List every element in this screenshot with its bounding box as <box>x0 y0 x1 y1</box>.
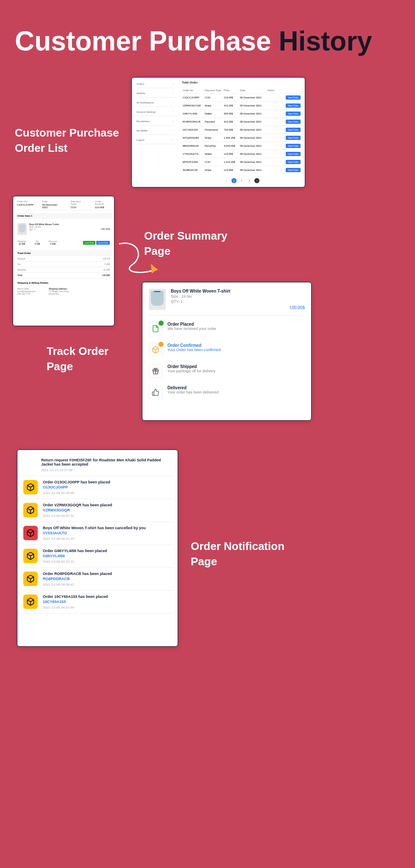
page-2[interactable]: 2 <box>239 178 244 183</box>
chevron-right-icon: › <box>173 110 174 114</box>
view-order-button[interactable]: View Order <box>286 128 301 132</box>
chevron-right-icon: › <box>173 119 174 123</box>
page-prev[interactable]: ‹ <box>224 178 229 183</box>
table-row: RO8PDDRACBPaystack310.00$08 December 202… <box>182 117 301 126</box>
status-step: Order ShippedYour package off for delive… <box>149 364 305 378</box>
table-row: EPNIJF1URFCOD1,210.20$08 December 2021Vi… <box>182 158 301 166</box>
table-row: W7Q9XINUBJStripe1,500.20$08 December 202… <box>182 134 301 142</box>
notification-item[interactable]: Boys Off White Woven T-shirt has been ca… <box>22 522 173 545</box>
table-title: Total Order <box>182 81 301 84</box>
chevron-right-icon: › <box>173 138 174 142</box>
status-step: Order ConfirmedYour Order has been confi… <box>149 343 305 357</box>
total-row: Tax0.00$ <box>16 262 111 267</box>
chevron-right-icon: › <box>173 82 174 86</box>
summary-price: 100.00$ <box>290 305 305 310</box>
page-next[interactable]: › <box>254 178 259 183</box>
view-order-button[interactable]: View Order <box>286 152 301 156</box>
table-row: 19CY60A153Flutterwave720.50$08 December … <box>182 126 301 134</box>
section-label-notif: Order Notification Page <box>191 539 284 569</box>
notification-item[interactable]: Order 19CY60A153 has been placed19CY60A1… <box>22 591 173 614</box>
view-order-button[interactable]: View Order <box>286 120 301 124</box>
notification-item[interactable]: Order O13OCJO0PP has been placedO13OCJO0… <box>22 476 173 499</box>
cancel-order-button[interactable]: Cancel Order <box>96 241 110 245</box>
sidebar-item[interactable]: My address› <box>134 117 176 126</box>
table-header: Order No. Payment Type Price Date Action <box>182 87 301 93</box>
chevron-right-icon: › <box>173 100 174 104</box>
view-order-button[interactable]: View Order <box>286 112 301 116</box>
shipping-body: Paul K Silas, john@yopmail.com, 240-231-… <box>16 286 111 297</box>
track-header: Order No:O13OCJO0PP Date:09 December 202… <box>16 199 111 210</box>
view-order-button[interactable]: View Order <box>286 160 301 164</box>
order-line-totals: Shipping:10.00$ Tax:0.00$ Discount:0.00$… <box>16 238 111 247</box>
package-icon <box>23 480 38 494</box>
view-order-button[interactable]: View Order <box>286 95 301 100</box>
order-summary-panel: Boys Off White Woven T-shirt Size : 24.0… <box>142 282 312 421</box>
chevron-right-icon: › <box>173 91 174 95</box>
table-row: 4018BJAC4FStripe110.90$08 December 2021V… <box>182 166 301 174</box>
view-order-button[interactable]: View Order <box>286 168 301 172</box>
summary-header: Boys Off White Woven T-shirt Size : 24.0… <box>149 289 305 315</box>
order-item-title: Order Item 1 <box>16 213 111 219</box>
chevron-right-icon: › <box>173 128 174 132</box>
table-row: G96YYL4I56Wallet200.00$08 December 2021V… <box>182 109 301 117</box>
status-badge-icon <box>159 342 164 347</box>
sidebar-item[interactable]: Orders› <box>134 80 176 88</box>
section-label-track: Track Order Page <box>47 343 109 374</box>
total-row: Subtotal100.0 $ <box>16 256 111 262</box>
section-label-summary: Order Summary Page <box>144 228 228 259</box>
pagination: ‹ 1 2 3 › <box>182 178 301 183</box>
track-order-button[interactable]: Track Order <box>83 241 95 245</box>
order-item: Boys Off White Woven T-shirt Size : 24.0… <box>16 221 111 237</box>
total-row: Shipping10.00$ <box>16 267 111 273</box>
table-row: VY53JAULTGWallet110.00$08 December 2021V… <box>182 150 301 158</box>
table-row: 8BHKMIWUIDRazorPay3,040.00$08 December 2… <box>182 142 301 150</box>
page-3[interactable]: 3 <box>247 178 252 183</box>
track-order-panel: Order No:O13OCJO0PP Date:09 December 202… <box>13 196 114 326</box>
sidebar-item[interactable]: Account Settings› <box>134 108 176 116</box>
total-row: Total110.00$ <box>16 273 111 278</box>
package-icon <box>23 549 38 563</box>
status-step: DeliveredYour order has been delivered <box>149 385 305 399</box>
notification-item[interactable]: Order G96YYL4I56 has been placedG96YYL4I… <box>22 545 173 568</box>
sidebar-item[interactable]: Wishlist› <box>134 89 176 98</box>
sidebar: Orders›Wishlist›All Notifications›Accoun… <box>132 78 178 187</box>
page-1[interactable]: 1 <box>231 178 237 183</box>
shipping-title: Shipping & Billing Details <box>16 280 111 286</box>
product-image <box>149 289 166 310</box>
package-icon <box>23 503 38 517</box>
product-image <box>17 223 27 235</box>
view-order-button[interactable]: View Order <box>286 136 301 140</box>
package-icon <box>23 594 38 609</box>
view-order-button[interactable]: View Order <box>286 103 301 108</box>
total-order-title: Total Order <box>16 250 111 256</box>
notification-item[interactable]: Return request F0HEISFZ6F for Roadster M… <box>22 454 173 476</box>
table-row: O13OCJO0PPCOD110.00$09 December 2021View… <box>182 93 301 101</box>
gift-icon <box>149 364 162 378</box>
package-icon <box>23 526 38 540</box>
box-icon <box>149 343 162 357</box>
status-step: Order PlacedWe have received your order <box>149 322 305 335</box>
order-list-panel: Orders›Wishlist›All Notifications›Accoun… <box>131 77 305 187</box>
sidebar-item[interactable]: Logout› <box>134 136 176 144</box>
notification-item[interactable]: Order RO8PDDRACB has been placedRO8PDDRA… <box>22 568 173 591</box>
thumb-icon <box>149 385 162 399</box>
order-table: Total Order Order No. Payment Type Price… <box>178 78 305 187</box>
page-title: Customer Purchase History <box>15 25 372 57</box>
package-icon <box>23 572 38 586</box>
table-row: VZRMX3GOQRStripe412.25$09 December 2021V… <box>182 101 301 109</box>
notifications-panel: Return request F0HEISFZ6F for Roadster M… <box>17 449 178 647</box>
sidebar-item[interactable]: My Wallet› <box>134 126 176 135</box>
doc-icon <box>149 322 162 335</box>
notification-item[interactable]: Order VZRMX3GOQR has been placedVZRMX3GO… <box>22 499 173 522</box>
view-order-button[interactable]: View Order <box>286 144 301 148</box>
status-badge-icon <box>159 321 164 326</box>
sidebar-item[interactable]: All Notifications› <box>134 98 176 107</box>
section-label-order-list: Customer Purchase Order List <box>15 125 119 156</box>
